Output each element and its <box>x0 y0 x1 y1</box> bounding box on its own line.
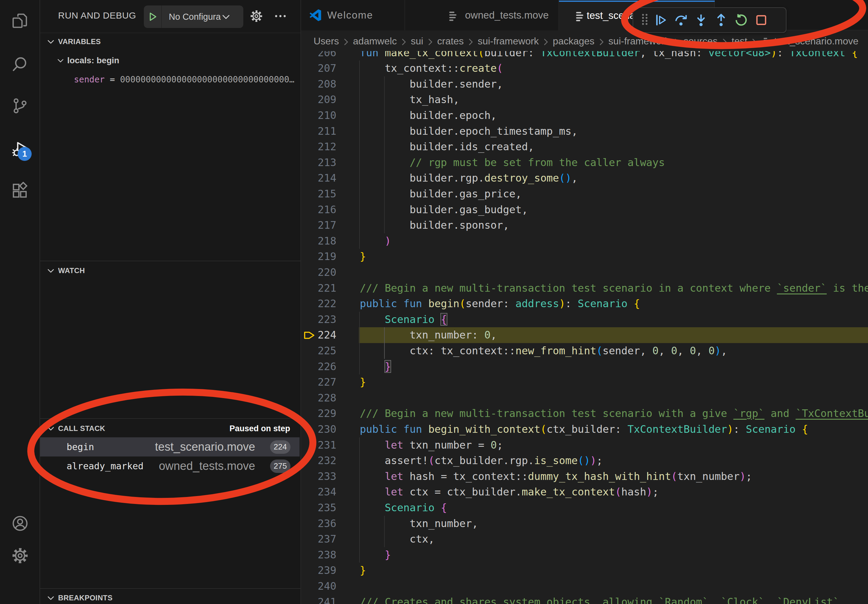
line-content: builder.sponsor, <box>360 217 509 233</box>
line-number: 218 <box>301 233 336 249</box>
breadcrumb-item[interactable]: adamwelc <box>353 36 397 47</box>
line-number: 230 <box>301 421 336 437</box>
debug-step-into-button[interactable] <box>691 10 711 30</box>
line-content: // rgp must be set from the caller alway… <box>360 155 665 170</box>
frame-file: owned_tests.move <box>159 460 255 472</box>
breadcrumb-item[interactable]: sui-framework <box>478 36 539 47</box>
breakpoints-section-header[interactable]: BREAKPOINTS <box>40 589 301 604</box>
line-content: ctx, <box>360 531 435 547</box>
debug-continue-icon <box>654 13 668 27</box>
line-number: 237 <box>301 531 336 547</box>
breadcrumb-chevron-icon <box>465 37 476 46</box>
debug-continue-button[interactable] <box>651 10 671 30</box>
tab-label: Welcome <box>327 9 373 21</box>
call-stack-frame[interactable]: already_marked owned_tests.move 275 <box>40 457 299 475</box>
line-content: assert!(ctx_builder.rgp.is_some()); <box>360 453 603 469</box>
breadcrumb: Usersadamwelcsuicratessui-frameworkpacka… <box>301 31 868 51</box>
breadcrumb-file-label: test_scenario.move <box>774 36 858 47</box>
views-more-actions-icon[interactable] <box>273 9 288 23</box>
line-number: 215 <box>301 186 336 202</box>
line-content: builder.epoch_timestamp_ms, <box>360 124 578 139</box>
line-number: 221 <box>301 280 336 296</box>
line-number: 213 <box>301 155 336 170</box>
breadcrumb-item[interactable]: test <box>732 36 747 47</box>
line-content: txn_number, <box>360 516 478 531</box>
watch-section-label: WATCH <box>58 266 85 275</box>
line-number: 238 <box>301 547 336 563</box>
run-and-debug-sidebar: RUN AND DEBUG No Configurations VARIABLE… <box>40 0 301 604</box>
breadcrumb-item[interactable]: crates <box>437 36 464 47</box>
call-stack-section-header[interactable]: CALL STACK Paused on step <box>40 420 301 437</box>
line-number: 228 <box>301 390 336 406</box>
debug-settings-gear-icon[interactable] <box>250 9 263 23</box>
line-content: public fun begin_with_context(ctx_builde… <box>360 421 808 437</box>
call-stack-frame[interactable]: begin test_scenario.move 224 <box>40 437 299 457</box>
breadcrumb-item[interactable]: sui-framework <box>609 36 670 47</box>
breadcrumb-item[interactable]: packages <box>553 36 595 47</box>
code-editor[interactable]: 206fun make_tx_context(builder: TxContex… <box>301 51 868 604</box>
breadcrumb-item[interactable]: Users <box>313 36 339 47</box>
line-content: } <box>360 375 366 390</box>
activity-bar-item-search[interactable] <box>0 48 40 81</box>
line-number: 212 <box>301 139 336 155</box>
line-content: } <box>360 249 366 265</box>
line-content: let txn_number = 0; <box>360 437 503 453</box>
active-tab-indicator <box>559 1 715 2</box>
vscode-logo-icon <box>309 9 321 21</box>
line-content: txn_number: 0, <box>360 327 497 343</box>
chevron-down-icon <box>46 424 55 433</box>
debug-restart-button[interactable] <box>731 10 751 30</box>
variables-section-header[interactable]: VARIABLES <box>40 33 301 50</box>
line-content: Scenario { <box>360 500 447 516</box>
line-number: 211 <box>301 124 336 139</box>
activity-bar-item-extensions[interactable] <box>0 174 40 208</box>
start-debug-button[interactable] <box>144 5 162 28</box>
line-number: 234 <box>301 484 336 500</box>
chevron-down-icon <box>56 56 65 65</box>
debug-step-over-button[interactable] <box>671 10 691 30</box>
debug-stop-icon <box>754 13 768 27</box>
gripper-icon[interactable] <box>639 13 651 27</box>
breadcrumb-item[interactable]: sui <box>411 36 423 47</box>
activity-bar-item-explorer[interactable] <box>0 4 40 37</box>
debug-toolbar <box>632 7 786 33</box>
line-number: 207 <box>301 60 336 76</box>
breadcrumb-item[interactable]: sources <box>684 36 718 47</box>
source-control-icon <box>11 97 29 115</box>
line-number: 222 <box>301 296 336 312</box>
breadcrumb-chevron-icon <box>596 37 607 46</box>
activity-bar-item-run-and-debug[interactable]: 1 <box>0 132 40 166</box>
tab-label: owned_tests.move <box>465 9 549 21</box>
line-number: 209 <box>301 92 336 108</box>
activity-bar-item-source-control[interactable] <box>0 89 40 122</box>
editor-tab-welcome[interactable]: Welcome <box>301 0 405 30</box>
breadcrumb-file[interactable]: test_scenario.move <box>761 36 858 47</box>
frame-line-badge: 224 <box>270 440 290 454</box>
debug-step-out-icon <box>714 13 728 27</box>
debug-config-dropdown[interactable]: No Configurations <box>144 5 243 28</box>
debug-stop-button[interactable] <box>751 10 771 30</box>
activity-bar-item-manage[interactable] <box>0 539 40 572</box>
section-divider <box>40 588 301 589</box>
editor-tab-owned-tests-move[interactable]: owned_tests.move <box>405 0 559 30</box>
activity-bar-item-accounts[interactable] <box>0 506 40 540</box>
line-content: /// Begin a new multi-transaction test s… <box>360 406 868 421</box>
line-content: builder.gas_price, <box>360 186 522 202</box>
call-stack-section-label: CALL STACK <box>58 424 105 433</box>
variables-scope-row[interactable]: locals: begin <box>40 52 301 69</box>
line-content: builder.ids_created, <box>360 139 534 155</box>
line-number: 210 <box>301 108 336 124</box>
debug-step-out-button[interactable] <box>711 10 731 30</box>
watch-section-header[interactable]: WATCH <box>40 262 301 279</box>
frame-file: test_scenario.move <box>155 440 256 454</box>
variable-row[interactable]: sender = 0000000000000000000000000000000… <box>74 71 294 88</box>
files-icon <box>11 12 29 29</box>
move-file-icon <box>447 9 459 21</box>
line-content: Scenario { <box>360 312 447 328</box>
line-number: 239 <box>301 563 336 578</box>
breadcrumb-chevron-icon <box>425 37 436 46</box>
line-number: 216 <box>301 202 336 218</box>
paused-status-badge: Paused on step <box>229 424 290 434</box>
line-number: 223 <box>301 312 336 328</box>
current-stackframe-arrow-icon <box>304 330 315 341</box>
